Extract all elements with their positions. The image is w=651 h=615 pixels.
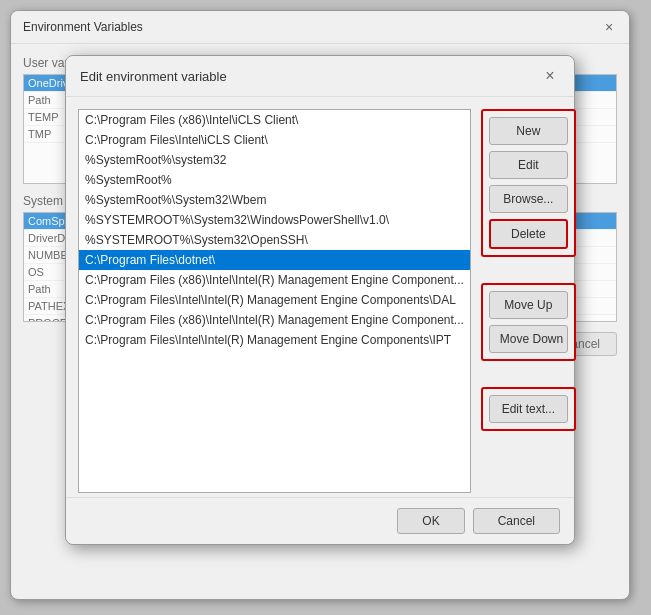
path-list[interactable]: C:\Program Files (x86)\Intel\iCLS Client… xyxy=(78,109,471,493)
modal-title: Edit environment variable xyxy=(80,69,227,84)
path-list-item[interactable]: %SYSTEMROOT%\System32\OpenSSH\ xyxy=(79,230,470,250)
btn-group-bottom: Move Up Move Down xyxy=(481,283,576,361)
path-list-container: C:\Program Files (x86)\Intel\iCLS Client… xyxy=(78,109,471,493)
modal-titlebar: Edit environment variable × xyxy=(66,56,574,97)
path-list-item[interactable]: C:\Program Files\Intel\Intel(R) Manageme… xyxy=(79,290,470,310)
bg-window-title: Environment Variables xyxy=(23,20,143,34)
path-list-item[interactable]: %SystemRoot%\system32 xyxy=(79,150,470,170)
path-list-item[interactable]: C:\Program Files\dotnet\ xyxy=(79,250,470,270)
btn-group-edit: Edit text... xyxy=(481,387,576,431)
path-list-item[interactable]: %SYSTEMROOT%\System32\WindowsPowerShell\… xyxy=(79,210,470,230)
path-list-item[interactable]: C:\Program Files\Intel\iCLS Client\ xyxy=(79,130,470,150)
path-list-item[interactable]: %SystemRoot% xyxy=(79,170,470,190)
delete-button[interactable]: Delete xyxy=(489,219,568,249)
modal-close-button[interactable]: × xyxy=(540,66,560,86)
btn-group-top: New Edit Browse... Delete xyxy=(481,109,576,257)
new-button[interactable]: New xyxy=(489,117,568,145)
ok-button[interactable]: OK xyxy=(397,508,464,534)
path-list-item[interactable]: %SystemRoot%\System32\Wbem xyxy=(79,190,470,210)
move-up-button[interactable]: Move Up xyxy=(489,291,568,319)
browse-button[interactable]: Browse... xyxy=(489,185,568,213)
edit-env-var-dialog: Edit environment variable × C:\Program F… xyxy=(65,55,575,545)
modal-body: C:\Program Files (x86)\Intel\iCLS Client… xyxy=(66,97,574,505)
bg-close-button[interactable]: × xyxy=(601,19,617,35)
cancel-button[interactable]: Cancel xyxy=(473,508,560,534)
modal-footer: OK Cancel xyxy=(66,497,574,544)
edit-text-button[interactable]: Edit text... xyxy=(489,395,568,423)
edit-button[interactable]: Edit xyxy=(489,151,568,179)
path-list-item[interactable]: C:\Program Files\Intel\Intel(R) Manageme… xyxy=(79,330,470,350)
path-list-item[interactable]: C:\Program Files (x86)\Intel\iCLS Client… xyxy=(79,110,470,130)
path-list-item[interactable]: C:\Program Files (x86)\Intel\Intel(R) Ma… xyxy=(79,270,470,290)
path-list-item[interactable]: C:\Program Files (x86)\Intel\Intel(R) Ma… xyxy=(79,310,470,330)
bg-titlebar: Environment Variables × xyxy=(11,11,629,44)
button-column: New Edit Browse... Delete Move Up Move D… xyxy=(481,109,576,493)
move-down-button[interactable]: Move Down xyxy=(489,325,568,353)
